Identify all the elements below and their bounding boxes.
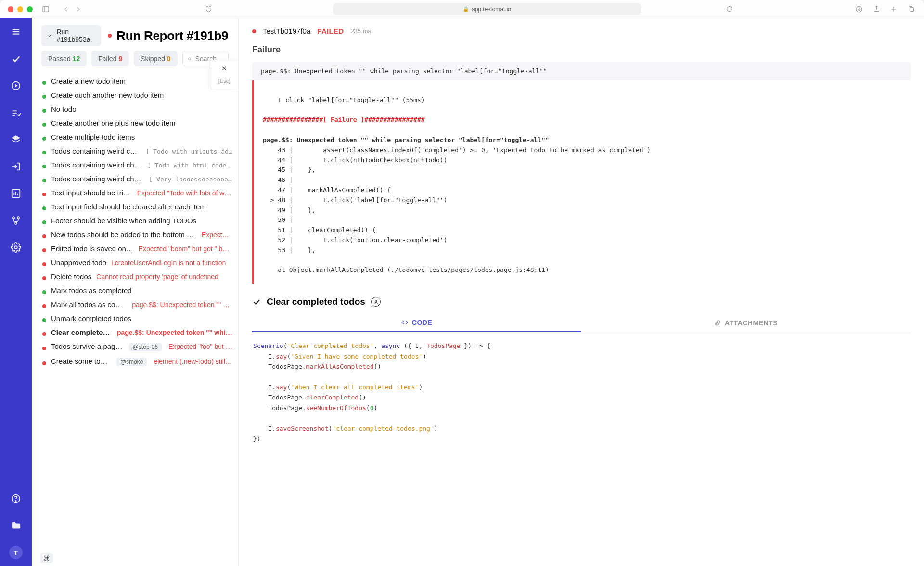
- test-title: Mark all todos as completed: [51, 300, 127, 309]
- lock-icon: 🔒: [463, 6, 469, 12]
- test-error: I.createUserAndLogIn is not a function: [111, 259, 226, 267]
- test-title: Text input should be trimmed: [51, 189, 132, 197]
- help-icon[interactable]: [9, 492, 23, 505]
- test-item[interactable]: Mark all todos as completedpage.$$: Unex…: [40, 297, 234, 311]
- svg-point-22: [13, 217, 14, 219]
- scenario-code[interactable]: Scenario('Clear completed todos', async …: [252, 338, 911, 447]
- author-icon[interactable]: [371, 297, 381, 307]
- paperclip-icon: [714, 320, 721, 326]
- test-item[interactable]: Text input field should be cleared after…: [40, 200, 234, 214]
- avatar[interactable]: T: [9, 546, 23, 559]
- test-item[interactable]: Todos containing weird characters[ Todo …: [40, 144, 234, 158]
- test-title: Create ouch another new todo item: [51, 91, 164, 99]
- test-item[interactable]: Create a new todo item: [40, 74, 234, 88]
- status-dot: [42, 206, 46, 210]
- url-bar[interactable]: 🔒 app.testomat.io: [333, 3, 641, 15]
- runs-icon[interactable]: [9, 79, 23, 92]
- svg-rect-7: [910, 7, 913, 11]
- status-dot: [42, 220, 46, 224]
- shield-icon[interactable]: [203, 4, 214, 14]
- status-dot: [42, 95, 46, 99]
- nav-forward-icon[interactable]: [73, 4, 84, 14]
- test-item[interactable]: Create multiple todo items: [40, 130, 234, 144]
- url-text: app.testomat.io: [472, 6, 511, 13]
- svg-point-23: [17, 217, 19, 219]
- tabs-icon[interactable]: [906, 4, 916, 14]
- nav-back-icon[interactable]: [61, 4, 71, 14]
- detail-status: FAILED: [317, 27, 344, 35]
- test-item[interactable]: Create some todo items@smokeelement (.ne…: [40, 354, 234, 369]
- test-item[interactable]: New todos should be added to the bottom …: [40, 228, 234, 242]
- window-close-icon[interactable]: [8, 6, 13, 12]
- test-item[interactable]: Edited todo is saved on blurExpected "bo…: [40, 242, 234, 256]
- menu-icon[interactable]: [9, 25, 23, 39]
- svg-point-27: [15, 501, 16, 501]
- check-icon: [252, 297, 261, 306]
- test-item[interactable]: Delete todosCannot read property 'page' …: [40, 270, 234, 283]
- scenario-title: Clear completed todos: [267, 296, 365, 307]
- share-icon[interactable]: [871, 4, 882, 14]
- tab-attachments[interactable]: ATTACHMENTS: [581, 314, 911, 332]
- failure-stacktrace[interactable]: I click "label[for="toggle-all"" (55ms) …: [252, 80, 911, 284]
- test-item[interactable]: Text input should be trimmedExpected "To…: [40, 186, 234, 200]
- status-dot: [42, 332, 46, 336]
- status-dot: [42, 234, 46, 238]
- command-key-hint[interactable]: ⌘: [40, 553, 53, 563]
- test-error: Expected "Todo with lots of whites…: [137, 189, 232, 197]
- new-tab-icon[interactable]: [888, 4, 899, 14]
- svg-point-24: [15, 222, 17, 224]
- svg-line-29: [190, 59, 191, 60]
- folder-icon[interactable]: [9, 519, 23, 532]
- test-note: [ Very looooooooooooooooo…: [149, 176, 232, 183]
- analytics-icon[interactable]: [9, 187, 23, 200]
- gear-icon[interactable]: [9, 241, 23, 254]
- test-title: Todos survive a page refresh: [51, 342, 124, 350]
- svg-point-28: [188, 57, 191, 60]
- review-icon[interactable]: [9, 106, 23, 119]
- detail-duration: 235 ms: [350, 27, 371, 35]
- test-item[interactable]: Unmark completed todos: [40, 311, 234, 325]
- filter-passed[interactable]: Passed12: [41, 51, 87, 66]
- back-to-run-button[interactable]: Run #191b953a: [41, 25, 101, 46]
- test-item[interactable]: Unapproved todoI.createUserAndLogIn is n…: [40, 256, 234, 270]
- tab-code[interactable]: CODE: [252, 314, 581, 332]
- import-icon[interactable]: [9, 160, 23, 173]
- close-icon[interactable]: [213, 65, 235, 73]
- filter-failed[interactable]: Failed9: [91, 51, 129, 66]
- test-item[interactable]: No todo: [40, 102, 234, 116]
- test-item[interactable]: Mark todos as completed: [40, 283, 234, 297]
- reload-icon[interactable]: [724, 4, 734, 14]
- test-item[interactable]: Todos survive a page refresh@step-06Expe…: [40, 339, 234, 354]
- test-title: Footer should be visible when adding TOD…: [51, 217, 196, 225]
- test-item[interactable]: Create another one plus new todo item: [40, 116, 234, 130]
- test-list-panel: Run #191b953a Run Report #191b953… Passe…: [32, 18, 239, 566]
- svg-marker-12: [15, 84, 18, 87]
- filter-skipped[interactable]: Skipped0: [134, 51, 177, 66]
- failure-message: page.$$: Unexpected token "" while parsi…: [252, 62, 911, 80]
- check-icon[interactable]: [9, 52, 23, 65]
- esc-hint: [Esc]: [213, 78, 235, 84]
- test-item[interactable]: Create ouch another new todo item: [40, 88, 234, 102]
- test-tag: @step-06: [129, 343, 162, 351]
- test-error: page.$$: Unexpected token "" while p…: [132, 301, 232, 309]
- download-icon[interactable]: [854, 4, 864, 14]
- svg-rect-0: [43, 6, 49, 12]
- traffic-lights: [8, 6, 33, 12]
- test-title: No todo: [51, 105, 77, 113]
- test-error: Expected…: [202, 231, 232, 239]
- window-zoom-icon[interactable]: [27, 6, 33, 12]
- window-minimize-icon[interactable]: [17, 6, 23, 12]
- test-title: New todos should be added to the bottom …: [51, 231, 197, 239]
- layers-icon[interactable]: [9, 133, 23, 146]
- test-error: Cannot read property 'page' of undefined: [96, 273, 218, 281]
- test-title: Clear completed todos: [51, 328, 112, 336]
- status-dot: [42, 361, 46, 365]
- test-list[interactable]: Create a new todo itemCreate ouch anothe…: [32, 72, 238, 566]
- sidebar-toggle-icon[interactable]: [40, 4, 51, 14]
- status-dot: [42, 109, 46, 113]
- test-item[interactable]: Footer should be visible when adding TOD…: [40, 214, 234, 228]
- test-item[interactable]: Todos containing weird characters[ Very …: [40, 172, 234, 186]
- branch-icon[interactable]: [9, 214, 23, 227]
- test-item[interactable]: Todos containing weird characters[ Todo …: [40, 158, 234, 172]
- test-item[interactable]: Clear completed todospage.$$: Unexpected…: [40, 325, 234, 339]
